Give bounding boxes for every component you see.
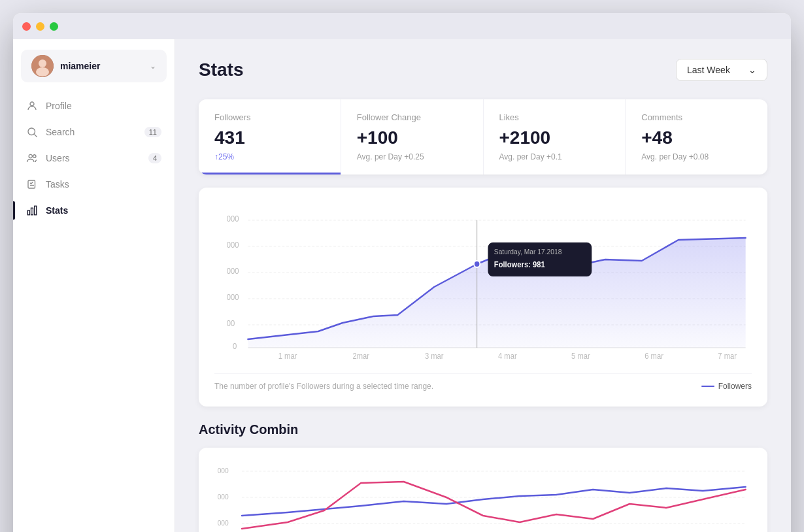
svg-point-4 [28,128,35,135]
sidebar-item-search[interactable]: Search 11 [13,119,175,145]
likes-label: Likes [499,112,610,122]
sidebar: miameier ⌄ Profile Search [13,39,175,532]
svg-text:000: 000 [227,293,239,301]
stats-label: Stats [46,205,68,216]
svg-text:000: 000 [227,241,239,249]
svg-text:000: 000 [227,267,239,275]
user-profile[interactable]: miameier ⌄ [21,50,167,82]
svg-rect-11 [31,208,33,215]
tasks-label: Tasks [46,179,69,190]
comments-label: Comments [641,112,752,122]
followers-label: Followers [214,112,325,122]
stats-cards: Followers 431 ↑25% Follower Change +100 … [199,99,767,175]
chart-description: The number of profile's Followers during… [214,382,433,391]
activity-section-title: Activity Combin [199,422,767,437]
svg-rect-10 [27,210,29,215]
dropdown-chevron-icon: ⌄ [748,65,756,75]
sidebar-item-stats[interactable]: Stats [13,197,175,224]
sidebar-item-profile[interactable]: Profile [13,93,175,119]
search-label: Search [46,127,75,137]
profile-label: Profile [46,101,72,111]
main-content: Stats Last Week ⌄ Followers 431 ↑25% Fol… [175,39,791,532]
likes-avg: Avg. per Day +0.1 [499,152,610,161]
likes-value: +2100 [499,127,610,148]
chart-legend: Followers [701,382,752,391]
svg-text:00: 00 [227,319,235,327]
sidebar-item-tasks[interactable]: Tasks [13,171,175,197]
page-title: Stats [199,59,243,80]
svg-text:000: 000 [227,214,239,223]
svg-line-5 [34,134,37,137]
followers-chart-container: 000 000 000 000 00 0 [199,188,767,407]
activity-chart-area[interactable]: 000 000 000 [214,463,752,532]
comments-avg: Avg. per Day +0.08 [641,152,752,161]
app-window: miameier ⌄ Profile Search [13,13,791,532]
username: miameier [60,61,143,71]
svg-point-2 [36,67,49,76]
stat-card-comments[interactable]: Comments +48 Avg. per Day +0.08 [626,99,767,175]
stat-card-followers[interactable]: Followers 431 ↑25% [199,99,341,175]
chart-footer: The number of profile's Followers during… [214,373,752,391]
follower-change-avg: Avg. per Day +0.25 [357,152,467,161]
activity-chart-svg: 000 000 000 [214,463,752,532]
avatar [31,55,54,77]
sidebar-item-users[interactable]: Users 4 [13,145,175,171]
svg-point-1 [39,59,46,67]
follower-change-label: Follower Change [357,112,467,122]
stat-card-likes[interactable]: Likes +2100 Avg. per Day +0.1 [484,99,626,175]
svg-text:000: 000 [218,467,229,474]
svg-point-7 [33,155,37,158]
svg-text:1 mar: 1 mar [278,352,297,360]
stat-card-follower-change[interactable]: Follower Change +100 Avg. per Day +0.25 [341,99,484,175]
close-button[interactable] [22,22,31,31]
followers-chart-area[interactable]: 000 000 000 000 00 0 [214,208,752,365]
stats-icon [26,205,38,216]
follower-change-value: +100 [357,127,467,148]
legend-line-icon [701,386,714,387]
users-label: Users [46,153,70,163]
app-body: miameier ⌄ Profile Search [13,39,791,532]
svg-text:6 mar: 6 mar [645,352,663,360]
users-icon [26,152,38,164]
svg-point-3 [30,102,34,106]
user-icon [26,100,38,112]
svg-text:0: 0 [233,342,237,350]
time-filter-dropdown[interactable]: Last Week ⌄ [676,59,767,81]
svg-rect-8 [28,180,35,188]
chevron-down-icon: ⌄ [150,61,156,71]
activity-chart-container: 000 000 000 [199,448,767,532]
followers-chart-svg: 000 000 000 000 00 0 [214,208,752,365]
tasks-icon [26,178,38,190]
svg-rect-12 [35,206,37,215]
main-header: Stats Last Week ⌄ [199,59,767,81]
time-filter-label: Last Week [687,65,730,75]
minimize-button[interactable] [36,22,44,31]
svg-point-6 [29,154,32,158]
users-badge: 4 [148,153,161,163]
search-icon [26,126,38,138]
followers-value: 431 [214,127,325,148]
svg-text:5 mar: 5 mar [571,352,590,360]
comments-value: +48 [641,127,752,148]
svg-text:4 mar: 4 mar [498,352,517,360]
svg-text:2mar: 2mar [352,352,369,360]
legend-label: Followers [718,382,752,391]
svg-text:Followers: 981: Followers: 981 [494,260,545,269]
followers-change: ↑25% [214,152,325,161]
svg-text:3 mar: 3 mar [425,352,444,360]
svg-point-28 [474,261,480,267]
svg-text:000: 000 [218,493,229,501]
svg-text:7 mar: 7 mar [718,352,737,360]
svg-text:Saturday, Mar 17.2018: Saturday, Mar 17.2018 [494,248,562,256]
search-badge: 11 [144,127,161,137]
activity-section: Activity Combin 000 000 000 [199,422,767,532]
maximize-button[interactable] [50,22,58,31]
svg-text:000: 000 [218,519,229,527]
titlebar [13,13,791,39]
